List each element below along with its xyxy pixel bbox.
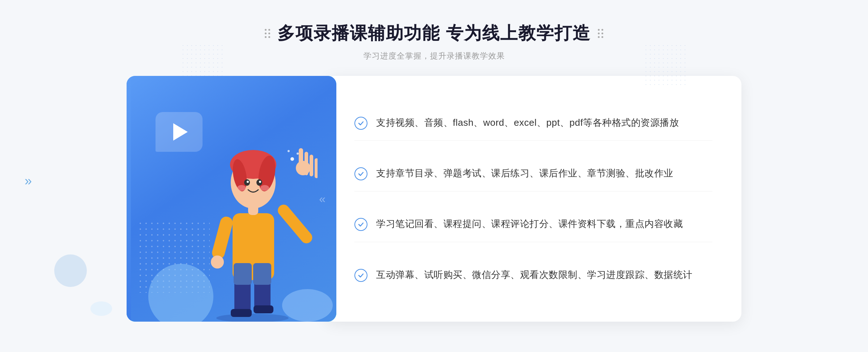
- check-icon-3: [354, 218, 367, 231]
- svg-point-22: [259, 181, 261, 183]
- outer-circle-decoration: [54, 254, 87, 287]
- svg-point-21: [247, 181, 249, 183]
- svg-rect-8: [299, 148, 303, 173]
- feature-text-3: 学习笔记回看、课程提问、课程评论打分、课件资料下载，重点内容收藏: [376, 216, 683, 232]
- svg-point-23: [237, 185, 246, 191]
- subtitle-text: 学习进度全掌握，提升录播课教学效果: [265, 51, 603, 61]
- feature-item-4: 互动弹幕、试听购买、微信分享、观看次数限制、学习进度跟踪、数据统计: [354, 257, 712, 293]
- check-icon-4: [354, 269, 367, 282]
- character-illustration: [195, 112, 318, 322]
- title-text: 多项录播课辅助功能 专为线上教学打造: [277, 22, 590, 45]
- svg-rect-25: [234, 263, 252, 285]
- illustration-card: «: [127, 76, 336, 322]
- feature-item-2: 支持章节目录、弹题考试、课后练习、课后作业、章节测验、批改作业: [354, 156, 712, 192]
- arrow-decoration-left: »: [25, 173, 32, 189]
- outer-wave-decoration: [90, 301, 112, 316]
- play-triangle-icon: [173, 123, 188, 141]
- feature-text-4: 互动弹幕、试听购买、微信分享、观看次数限制、学习进度跟踪、数据统计: [376, 267, 693, 283]
- svg-rect-12: [211, 215, 234, 261]
- check-icon-2: [354, 167, 367, 180]
- svg-point-27: [290, 157, 294, 161]
- svg-point-29: [297, 153, 299, 155]
- dot-decoration-right: [644, 43, 687, 87]
- feature-text-1: 支持视频、音频、flash、word、excel、ppt、pdf等各种格式的资源…: [376, 115, 679, 130]
- page-header: 多项录播课辅助功能 专为线上教学打造 学习进度全掌握，提升录播课教学效果: [265, 22, 603, 61]
- svg-rect-6: [276, 202, 315, 246]
- title-decorator-left: [265, 29, 270, 38]
- card-chevrons: «: [319, 192, 326, 206]
- svg-point-28: [288, 150, 290, 152]
- svg-rect-9: [305, 152, 308, 175]
- svg-point-0: [216, 314, 289, 322]
- main-title: 多项录播课辅助功能 专为线上教学打造: [265, 22, 603, 45]
- svg-rect-4: [254, 305, 273, 313]
- svg-rect-11: [315, 158, 318, 178]
- svg-point-13: [211, 256, 224, 269]
- main-content: «: [127, 76, 741, 322]
- feature-item-3: 学习笔记回看、课程提问、课程评论打分、课件资料下载，重点内容收藏: [354, 206, 712, 242]
- feature-text-2: 支持章节目录、弹题考试、课后练习、课后作业、章节测验、批改作业: [376, 166, 673, 181]
- title-decorator-right: [598, 29, 603, 38]
- svg-point-24: [260, 185, 269, 191]
- content-panel: 支持视频、音频、flash、word、excel、ppt、pdf等各种格式的资源…: [326, 76, 741, 322]
- side-accent-bar: [127, 76, 131, 322]
- feature-item-1: 支持视频、音频、flash、word、excel、ppt、pdf等各种格式的资源…: [354, 105, 712, 141]
- check-icon-1: [354, 117, 367, 130]
- svg-rect-10: [310, 155, 313, 176]
- svg-rect-3: [231, 309, 252, 317]
- svg-rect-26: [253, 263, 271, 285]
